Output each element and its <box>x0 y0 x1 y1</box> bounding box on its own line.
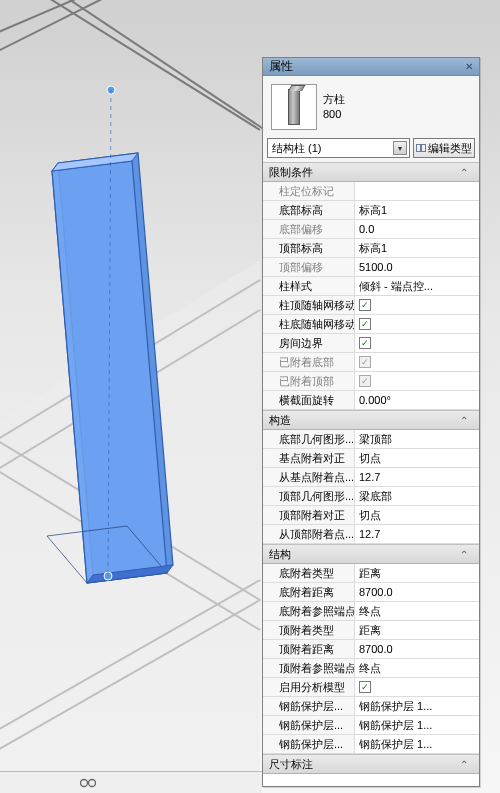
property-value[interactable]: 梁顶部 <box>355 430 479 448</box>
property-row[interactable]: 钢筋保护层...钢筋保护层 1... <box>263 716 479 735</box>
properties-grid[interactable]: 限制条件柱定位标记底部标高标高1底部偏移0.0顶部标高标高1顶部偏移5100.0… <box>263 162 479 786</box>
property-value[interactable]: 12.7 <box>355 525 479 543</box>
property-row[interactable]: 底附着距离8700.0 <box>263 583 479 602</box>
group-label: 限制条件 <box>269 165 455 180</box>
property-key: 顶附着类型 <box>263 621 355 639</box>
close-icon[interactable]: ✕ <box>462 60 476 74</box>
property-row[interactable]: 启用分析模型 <box>263 678 479 697</box>
group-header[interactable]: 结构 <box>263 544 479 564</box>
property-row[interactable]: 已附着顶部 <box>263 372 479 391</box>
checkbox[interactable] <box>359 299 371 311</box>
property-row[interactable]: 顶部标高标高1 <box>263 239 479 258</box>
group-label: 结构 <box>269 547 455 562</box>
property-row[interactable]: 顶附着距离8700.0 <box>263 640 479 659</box>
property-row[interactable]: 顶部偏移5100.0 <box>263 258 479 277</box>
property-value[interactable]: 5100.0 <box>355 258 479 276</box>
property-key: 底部偏移 <box>263 220 355 238</box>
property-key: 启用分析模型 <box>263 678 355 696</box>
property-row[interactable]: 钢筋保护层...钢筋保护层 1... <box>263 735 479 754</box>
property-key: 柱顶随轴网移动 <box>263 296 355 314</box>
property-row[interactable]: 顶部附着对正切点 <box>263 506 479 525</box>
group-header[interactable]: 构造 <box>263 410 479 430</box>
property-value[interactable] <box>355 315 479 333</box>
checkbox[interactable] <box>359 681 371 693</box>
group-label: 尺寸标注 <box>269 757 455 772</box>
checkbox[interactable] <box>359 337 371 349</box>
property-value[interactable]: 切点 <box>355 506 479 524</box>
property-row[interactable]: 已附着底部 <box>263 353 479 372</box>
property-key: 柱样式 <box>263 277 355 295</box>
property-key: 已附着顶部 <box>263 372 355 390</box>
property-key: 基点附着对正 <box>263 449 355 467</box>
edit-type-button[interactable]: 编辑类型 <box>413 138 475 158</box>
property-row[interactable]: 底附着类型距离 <box>263 564 479 583</box>
property-value[interactable]: 终点 <box>355 659 479 677</box>
property-key: 钢筋保护层... <box>263 735 355 753</box>
property-value[interactable]: 终点 <box>355 602 479 620</box>
collapse-icon[interactable] <box>455 758 473 770</box>
property-row[interactable]: 房间边界 <box>263 334 479 353</box>
property-row[interactable]: 钢筋保护层...钢筋保护层 1... <box>263 697 479 716</box>
svg-line-2 <box>20 0 260 130</box>
collapse-icon[interactable] <box>455 548 473 560</box>
property-row[interactable]: 顶附着参照端点终点 <box>263 659 479 678</box>
property-key: 已附着底部 <box>263 353 355 371</box>
property-value[interactable]: 标高1 <box>355 201 479 219</box>
property-value[interactable]: 切点 <box>355 449 479 467</box>
property-value[interactable] <box>355 372 479 390</box>
property-value[interactable]: 钢筋保护层 1... <box>355 697 479 715</box>
property-value[interactable]: 钢筋保护层 1... <box>355 716 479 734</box>
property-value[interactable]: 8700.0 <box>355 640 479 658</box>
property-value[interactable]: 12.7 <box>355 468 479 486</box>
edit-type-label: 编辑类型 <box>428 141 472 156</box>
property-key: 房间边界 <box>263 334 355 352</box>
type-selector-block[interactable]: 方柱 800 <box>263 76 479 138</box>
property-value[interactable]: 梁底部 <box>355 487 479 505</box>
group-header[interactable]: 限制条件 <box>263 162 479 182</box>
property-row[interactable]: 横截面旋转0.000° <box>263 391 479 410</box>
group-header[interactable]: 尺寸标注 <box>263 754 479 774</box>
panel-titlebar[interactable]: 属性 ✕ <box>263 58 479 76</box>
type-family: 方柱 <box>323 92 345 107</box>
property-row[interactable]: 柱底随轴网移动 <box>263 315 479 334</box>
property-row[interactable]: 从顶部附着点...12.7 <box>263 525 479 544</box>
property-value[interactable]: 距离 <box>355 621 479 639</box>
property-value[interactable]: 钢筋保护层 1... <box>355 735 479 753</box>
property-value[interactable] <box>355 296 479 314</box>
status-glasses-icon <box>80 775 96 789</box>
property-value[interactable] <box>355 353 479 371</box>
property-value[interactable]: 0.0 <box>355 220 479 238</box>
property-row[interactable]: 底部几何图形...梁顶部 <box>263 430 479 449</box>
property-row[interactable]: 顶附着类型距离 <box>263 621 479 640</box>
property-key: 底部标高 <box>263 201 355 219</box>
property-key: 顶附着距离 <box>263 640 355 658</box>
property-value[interactable]: 倾斜 - 端点控... <box>355 277 479 295</box>
instance-selector-label: 结构柱 (1) <box>272 141 322 156</box>
property-value[interactable]: 距离 <box>355 564 479 582</box>
group-label: 构造 <box>269 413 455 428</box>
property-row[interactable]: 底部标高标高1 <box>263 201 479 220</box>
property-row[interactable]: 从基点附着点...12.7 <box>263 468 479 487</box>
property-value[interactable]: 标高1 <box>355 239 479 257</box>
property-value[interactable] <box>355 182 479 200</box>
instance-selector[interactable]: 结构柱 (1) <box>267 138 410 158</box>
property-row[interactable]: 柱顶随轴网移动 <box>263 296 479 315</box>
property-row[interactable]: 基点附着对正切点 <box>263 449 479 468</box>
edit-type-icon <box>416 143 426 153</box>
collapse-icon[interactable] <box>455 414 473 426</box>
property-row[interactable]: 柱样式倾斜 - 端点控... <box>263 277 479 296</box>
collapse-icon[interactable] <box>455 166 473 178</box>
type-thumb <box>271 84 317 130</box>
property-row[interactable]: 顶部几何图形...梁底部 <box>263 487 479 506</box>
property-row[interactable]: 底部偏移0.0 <box>263 220 479 239</box>
property-value[interactable]: 0.000° <box>355 391 479 409</box>
property-key: 底部几何图形... <box>263 430 355 448</box>
property-value[interactable] <box>355 678 479 696</box>
property-row[interactable]: 柱定位标记 <box>263 182 479 201</box>
property-value[interactable] <box>355 334 479 352</box>
checkbox[interactable] <box>359 318 371 330</box>
property-value[interactable]: 8700.0 <box>355 583 479 601</box>
property-row[interactable]: 底附着参照端点终点 <box>263 602 479 621</box>
property-key: 钢筋保护层... <box>263 716 355 734</box>
chevron-down-icon[interactable] <box>393 141 407 155</box>
